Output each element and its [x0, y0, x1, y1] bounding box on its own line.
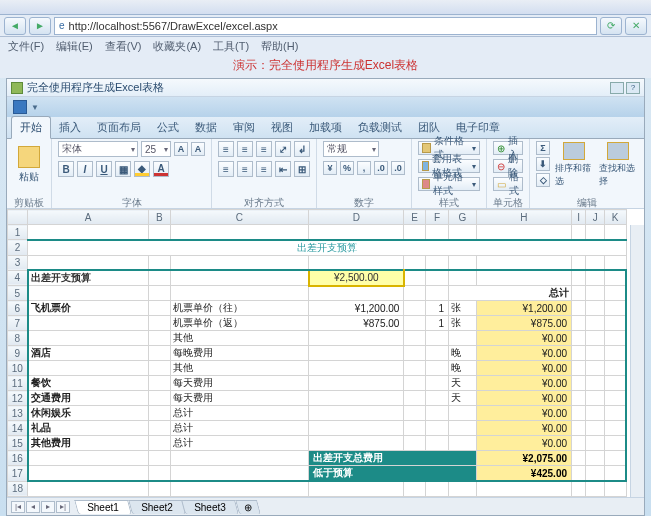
cell[interactable]	[28, 481, 149, 496]
font-color-button[interactable]: A	[153, 161, 169, 177]
cell[interactable]	[149, 421, 171, 436]
price-cell[interactable]	[309, 361, 404, 376]
subtotal-cell[interactable]: ¥0.00	[476, 391, 571, 406]
row-header[interactable]: 1	[8, 225, 28, 240]
col-header[interactable]: G	[449, 210, 477, 225]
row-header[interactable]: 9	[8, 346, 28, 361]
unit-cell[interactable]: 张	[449, 316, 477, 331]
unit-cell[interactable]	[449, 331, 477, 346]
unit-cell[interactable]: 张	[449, 301, 477, 316]
subtotal-cell[interactable]: ¥0.00	[476, 421, 571, 436]
help-button[interactable]: ?	[626, 82, 640, 94]
cell[interactable]	[586, 481, 604, 496]
cell[interactable]	[404, 436, 426, 451]
bold-button[interactable]: B	[58, 161, 74, 177]
cell[interactable]	[572, 391, 586, 406]
cell[interactable]	[404, 391, 426, 406]
sort-filter-button[interactable]: 排序和筛选	[554, 141, 594, 189]
sheet-title[interactable]: 出差开支预算	[28, 240, 627, 256]
tab-nav-prev[interactable]: ◂	[26, 501, 40, 513]
row-header[interactable]: 7	[8, 316, 28, 331]
col-header[interactable]: J	[586, 210, 604, 225]
cell[interactable]	[425, 286, 448, 301]
subtotal-cell[interactable]: ¥1,200.00	[476, 301, 571, 316]
align-top-button[interactable]: ≡	[218, 141, 234, 157]
cell[interactable]	[586, 225, 604, 240]
unit-cell[interactable]: 晚	[449, 346, 477, 361]
cell[interactable]	[149, 316, 171, 331]
row-header[interactable]: 15	[8, 436, 28, 451]
qty-cell[interactable]	[425, 331, 448, 346]
orientation-button[interactable]: ⤢	[275, 141, 291, 157]
price-cell[interactable]	[309, 376, 404, 391]
unit-cell[interactable]: 晚	[449, 361, 477, 376]
cell[interactable]	[572, 255, 586, 270]
cell[interactable]	[149, 301, 171, 316]
cell[interactable]	[586, 286, 604, 301]
align-left-button[interactable]: ≡	[218, 161, 234, 177]
align-right-button[interactable]: ≡	[256, 161, 272, 177]
cell[interactable]	[586, 496, 604, 497]
qty-cell[interactable]: 1	[425, 301, 448, 316]
col-header[interactable]: C	[170, 210, 309, 225]
under-budget-value[interactable]: ¥425.00	[476, 466, 571, 482]
cell[interactable]	[404, 316, 426, 331]
qty-cell[interactable]	[425, 421, 448, 436]
row-header[interactable]: 8	[8, 331, 28, 346]
min-button[interactable]	[610, 82, 624, 94]
qty-cell[interactable]: 1	[425, 316, 448, 331]
col-header[interactable]: F	[425, 210, 448, 225]
cell[interactable]	[604, 406, 626, 421]
cell[interactable]	[149, 481, 171, 496]
cell[interactable]	[604, 466, 626, 482]
cell[interactable]	[404, 346, 426, 361]
menu-tools[interactable]: 工具(T)	[213, 39, 249, 54]
cell[interactable]	[149, 255, 171, 270]
category-cell[interactable]	[28, 331, 149, 346]
menu-help[interactable]: 帮助(H)	[261, 39, 298, 54]
menu-edit[interactable]: 编辑(E)	[56, 39, 93, 54]
item-cell[interactable]: 总计	[170, 406, 309, 421]
row-header[interactable]: 5	[8, 286, 28, 301]
fill-color-button[interactable]: ◆	[134, 161, 150, 177]
cell[interactable]	[572, 436, 586, 451]
category-cell[interactable]: 餐饮	[28, 376, 149, 391]
row-header[interactable]: 4	[8, 270, 28, 286]
fill-button[interactable]: ⬇	[536, 157, 550, 171]
subtotal-cell[interactable]: ¥875.00	[476, 316, 571, 331]
shrink-font-button[interactable]: A	[191, 142, 205, 156]
cell[interactable]	[604, 225, 626, 240]
cell[interactable]	[604, 331, 626, 346]
cell[interactable]	[586, 376, 604, 391]
cell[interactable]	[149, 496, 171, 497]
col-header[interactable]: K	[604, 210, 626, 225]
item-cell[interactable]: 其他	[170, 331, 309, 346]
cell[interactable]	[604, 391, 626, 406]
price-cell[interactable]	[309, 406, 404, 421]
row-header[interactable]: 13	[8, 406, 28, 421]
budget-value[interactable]: ¥2,500.00	[309, 270, 404, 286]
cell[interactable]	[149, 376, 171, 391]
subtotal-cell[interactable]: ¥0.00	[476, 361, 571, 376]
cell[interactable]	[476, 270, 571, 286]
underline-button[interactable]: U	[96, 161, 112, 177]
item-cell[interactable]: 机票单价（往）	[170, 301, 309, 316]
row-header[interactable]: 18	[8, 481, 28, 496]
align-bot-button[interactable]: ≡	[256, 141, 272, 157]
cell[interactable]	[404, 225, 426, 240]
currency-button[interactable]: ¥	[323, 161, 337, 175]
cell[interactable]	[149, 361, 171, 376]
cell[interactable]	[449, 270, 477, 286]
tab-nav-next[interactable]: ▸	[41, 501, 55, 513]
format-cells-button[interactable]: ▭格式	[493, 177, 523, 191]
price-cell[interactable]: ¥1,200.00	[309, 301, 404, 316]
unit-cell[interactable]: 天	[449, 391, 477, 406]
cell[interactable]	[449, 496, 477, 497]
cell[interactable]	[604, 316, 626, 331]
tab-addins[interactable]: 加载项	[301, 117, 350, 138]
menu-file[interactable]: 文件(F)	[8, 39, 44, 54]
cell[interactable]	[476, 225, 571, 240]
address-bar[interactable]: ehttp://localhost:5567/DrawExcel/excel.a…	[54, 17, 597, 35]
subtotal-cell[interactable]: ¥0.00	[476, 376, 571, 391]
item-cell[interactable]: 其他	[170, 361, 309, 376]
